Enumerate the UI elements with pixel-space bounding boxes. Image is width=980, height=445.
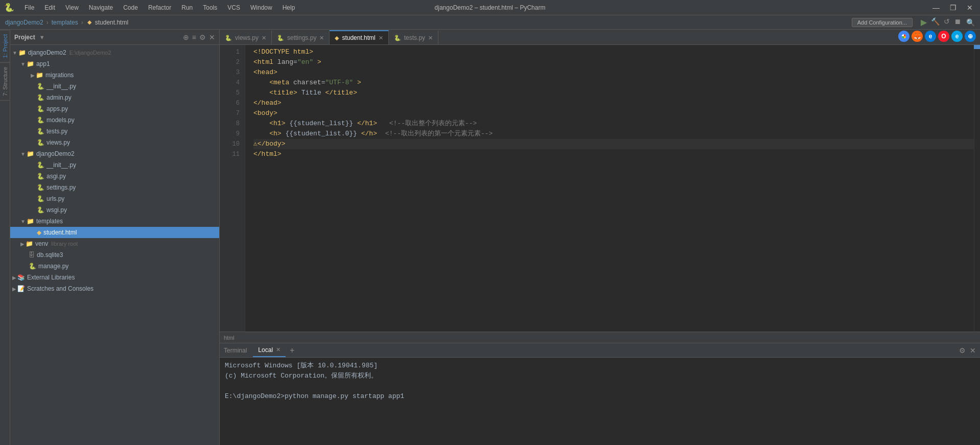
maximize-button[interactable]: ❐ [947, 3, 960, 13]
tree-init-django[interactable]: 🐍 __init__.py [10, 159, 219, 171]
edge2-icon[interactable]: ⊕ [965, 31, 976, 42]
code-line-7: <body> [253, 108, 974, 119]
tree-manage[interactable]: 🐍 manage.py [10, 261, 219, 272]
tree-student-html[interactable]: ◆ student.html [10, 227, 219, 238]
tree-root[interactable]: ▼ 📁 djangoDemo2 E:\djangoDemo2 [10, 47, 219, 58]
tree-views-app1[interactable]: 🐍 views.py [10, 137, 219, 148]
code-line-1: <!DOCTYPE html> [253, 47, 974, 57]
tab-close-settings[interactable]: ✕ [319, 35, 324, 41]
add-terminal-button[interactable]: + [290, 346, 294, 355]
build-button[interactable]: 🔨 [931, 17, 940, 27]
menu-navigate[interactable]: Navigate [87, 3, 115, 12]
code-content[interactable]: <!DOCTYPE html> <html lang="en" > <head> [245, 45, 974, 332]
tree-external-libs[interactable]: ▶ 📚 External Libraries [10, 272, 219, 283]
menu-help[interactable]: Help [281, 3, 297, 12]
tree-init-app1-label: __init__.py [46, 83, 76, 90]
window-controls: — ❐ ✕ [929, 3, 976, 13]
tab-views-py[interactable]: 🐍 views.py ✕ [220, 30, 272, 44]
menu-code[interactable]: Code [121, 3, 140, 12]
breadcrumb-folder[interactable]: templates [52, 19, 78, 26]
tree-asgi[interactable]: 🐍 asgi.py [10, 171, 219, 182]
tree-djangodemo2-sub[interactable]: ▼ 📁 djangoDemo2 [10, 148, 219, 159]
tree-init-app1[interactable]: 🐍 __init__.py [10, 81, 219, 92]
line-num-6: 6 [220, 98, 245, 108]
edge-icon[interactable]: e [925, 31, 936, 42]
minimize-button[interactable]: — [929, 3, 943, 13]
editor-status: html [220, 332, 980, 343]
terminal-close-local[interactable]: ✕ [276, 346, 281, 353]
search-button[interactable]: 🔍 [966, 18, 975, 27]
editor-area: 🐍 views.py ✕ 🐍 settings.py ✕ ◆ student.h… [220, 30, 980, 445]
code-line-8: <h1> {{student_list}} </h1> <!--取出整个列表的元… [253, 119, 974, 129]
menu-run[interactable]: Run [179, 3, 195, 12]
collapse-all-icon[interactable]: ≡ [192, 33, 196, 41]
line-num-2: 2 [220, 57, 245, 67]
chrome-icon[interactable] [898, 31, 909, 42]
panel-tab-project[interactable]: 1: Project [0, 30, 10, 62]
tab-tests-py[interactable]: 🐍 tests.py ✕ [389, 30, 438, 44]
terminal-collapse-icon[interactable]: ✕ [970, 346, 976, 355]
add-configuration-button[interactable]: Add Configuration... [852, 18, 913, 27]
tree-venv[interactable]: ▶ 📁 venv library root [10, 238, 219, 249]
opera-icon[interactable]: O [938, 31, 949, 42]
folder-icon-migrations: 📁 [36, 72, 43, 79]
terminal-line-1: Microsoft Windows [版本 10.0.19041.985] [225, 361, 975, 371]
tree-apps[interactable]: 🐍 apps.py [10, 103, 219, 114]
tab-close-views[interactable]: ✕ [262, 35, 266, 41]
line-num-10: 10 [220, 139, 245, 149]
python-file-icon-init-django: 🐍 [37, 161, 44, 169]
tab-student-html[interactable]: ◆ student.html ✕ [330, 30, 388, 44]
menu-tools[interactable]: Tools [201, 3, 219, 12]
breadcrumb-project[interactable]: djangoDemo2 [5, 19, 43, 26]
code-line-10: ⚠</body> [253, 139, 974, 149]
run-button[interactable]: ▶ [921, 17, 927, 27]
tree-db[interactable]: 🗄 db.sqlite3 [10, 249, 219, 261]
locate-file-icon[interactable]: ⊕ [183, 33, 189, 41]
menu-window[interactable]: Window [248, 3, 274, 12]
tree-templates[interactable]: ▼ 📁 templates [10, 216, 219, 227]
folder-icon-django: 📁 [27, 150, 34, 157]
stop-button[interactable]: ⏹ [954, 17, 961, 27]
tree-djangodemo2-sub-label: djangoDemo2 [36, 150, 75, 157]
tab-close-student[interactable]: ✕ [379, 35, 383, 41]
close-panel-icon[interactable]: ✕ [209, 33, 215, 41]
tab-close-tests[interactable]: ✕ [428, 35, 433, 41]
toolbar-right: Add Configuration... ▶ 🔨 ↺ ⏹ 🔍 [852, 17, 976, 27]
menu-edit[interactable]: Edit [42, 3, 57, 12]
tree-wsgi[interactable]: 🐍 wsgi.py [10, 204, 219, 216]
folder-icon: 📁 [18, 49, 26, 56]
menu-refactor[interactable]: Refactor [146, 3, 173, 12]
terminal-settings-icon[interactable]: ⚙ [959, 346, 966, 355]
menu-vcs[interactable]: VCS [225, 3, 242, 12]
tab-python-icon-views: 🐍 [225, 35, 232, 41]
ie-icon[interactable]: e [951, 31, 963, 42]
terminal-tab-local[interactable]: Local ✕ [253, 344, 286, 357]
tab-html-icon-student: ◆ [335, 35, 339, 41]
project-panel-header: Project ▼ ⊕ ≡ ⚙ ✕ [10, 30, 219, 45]
reload-button[interactable]: ↺ [944, 17, 950, 27]
panel-header-icons: ⊕ ≡ ⚙ ✕ [183, 33, 215, 41]
tree-db-label: db.sqlite3 [37, 251, 63, 259]
title-bar: 🐍 File Edit View Navigate Code Refactor … [0, 0, 980, 15]
tree-migrations-label: migrations [45, 72, 74, 79]
window-title: djangoDemo2 – student.html – PyCharm [435, 4, 546, 11]
tree-models[interactable]: 🐍 models.py [10, 114, 219, 126]
menu-file[interactable]: File [22, 3, 36, 12]
tree-urls[interactable]: 🐍 urls.py [10, 193, 219, 204]
settings-icon[interactable]: ⚙ [199, 33, 206, 41]
tree-scratches[interactable]: ▶ 📝 Scratches and Consoles [10, 283, 219, 294]
tab-settings-py[interactable]: 🐍 settings.py ✕ [272, 30, 330, 44]
tree-admin[interactable]: 🐍 admin.py [10, 92, 219, 103]
bottom-panel-icons: ⚙ ✕ [959, 346, 976, 355]
menu-view[interactable]: View [63, 3, 81, 12]
folder-icon-templates: 📁 [27, 218, 34, 225]
panel-tab-structure[interactable]: 7: Structure [0, 62, 10, 101]
code-editor[interactable]: 1 2 3 4 5 6 7 8 9 10 11 [220, 45, 980, 332]
tree-app1[interactable]: ▼ 📁 app1 [10, 58, 219, 69]
tree-settings[interactable]: 🐍 settings.py [10, 182, 219, 193]
firefox-icon[interactable]: 🦊 [912, 31, 923, 42]
tree-migrations[interactable]: ▶ 📁 migrations [10, 69, 219, 81]
tree-tests-app1[interactable]: 🐍 tests.py [10, 126, 219, 137]
close-button[interactable]: ✕ [964, 3, 976, 13]
scroll-indicator [974, 45, 980, 49]
